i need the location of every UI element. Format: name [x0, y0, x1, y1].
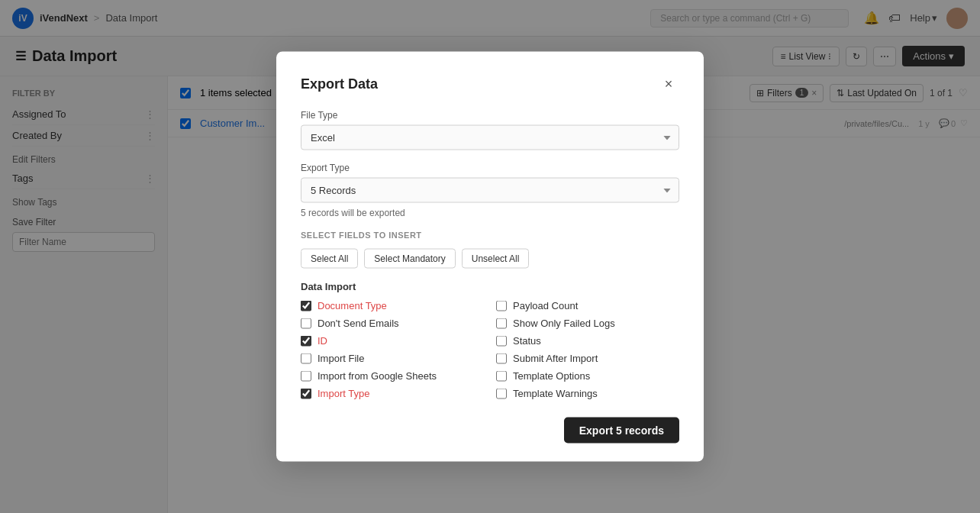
- field-label-show-only-failed: Show Only Failed Logs: [513, 318, 615, 329]
- export-button[interactable]: Export 5 records: [564, 418, 679, 444]
- field-checkbox-show-only-failed[interactable]: [496, 318, 507, 328]
- field-item-import-file: Import File: [301, 353, 484, 364]
- select-mandatory-button[interactable]: Select Mandatory: [364, 249, 455, 269]
- field-item-dont-send-emails: Don't Send Emails: [301, 318, 484, 329]
- export-type-select[interactable]: 5 Records All Records: [301, 178, 679, 203]
- field-checkbox-status[interactable]: [496, 335, 507, 346]
- field-item-status: Status: [496, 335, 679, 347]
- field-label-import-file: Import File: [318, 353, 364, 364]
- field-selector-buttons: Select All Select Mandatory Unselect All: [301, 249, 679, 269]
- modal-title: Export Data: [301, 76, 378, 92]
- field-checkbox-import-from-google[interactable]: [301, 370, 311, 381]
- field-item-id: ID: [301, 335, 484, 347]
- field-item-show-only-failed: Show Only Failed Logs: [496, 318, 679, 329]
- file-type-label: File Type: [301, 110, 679, 121]
- modal-close-button[interactable]: ×: [658, 73, 679, 95]
- field-checkbox-payload-count[interactable]: [496, 300, 507, 311]
- modal-header: Export Data ×: [301, 73, 679, 95]
- field-checkbox-import-type[interactable]: [301, 388, 311, 398]
- field-label-dont-send-emails: Don't Send Emails: [318, 318, 399, 329]
- field-item-submit-after-import: Submit After Import: [496, 353, 679, 364]
- field-checkbox-dont-send-emails[interactable]: [301, 318, 311, 328]
- field-label-status: Status: [513, 335, 541, 347]
- field-label-template-warnings: Template Warnings: [513, 388, 598, 399]
- field-item-template-options: Template Options: [496, 370, 679, 382]
- field-checkbox-id[interactable]: [301, 335, 311, 346]
- field-label-template-options: Template Options: [513, 370, 590, 382]
- modal-footer: Export 5 records: [301, 418, 679, 444]
- field-label-id: ID: [318, 335, 327, 347]
- field-checkbox-import-file[interactable]: [301, 353, 311, 363]
- field-label-payload-count: Payload Count: [513, 300, 578, 311]
- field-label-import-type: Import Type: [318, 388, 369, 399]
- export-info: 5 records will be exported: [301, 208, 679, 218]
- file-type-select[interactable]: Excel CSV: [301, 125, 679, 150]
- select-all-button[interactable]: Select All: [301, 249, 358, 269]
- field-item-payload-count: Payload Count: [496, 300, 679, 311]
- fields-grid: Document Type Payload Count Don't Send E…: [301, 300, 679, 399]
- field-checkbox-document-type[interactable]: [301, 300, 311, 311]
- export-type-label: Export Type: [301, 163, 679, 173]
- select-fields-label: SELECT FIELDS TO INSERT: [301, 231, 679, 240]
- field-checkbox-template-warnings[interactable]: [496, 388, 507, 398]
- field-label-document-type: Document Type: [318, 300, 387, 311]
- field-label-submit-after-import: Submit After Import: [513, 353, 598, 364]
- data-import-section-title: Data Import: [301, 281, 679, 292]
- field-checkbox-template-options[interactable]: [496, 370, 507, 381]
- field-item-import-type: Import Type: [301, 388, 484, 399]
- field-checkbox-submit-after-import[interactable]: [496, 353, 507, 363]
- field-label-import-from-google: Import from Google Sheets: [318, 370, 437, 382]
- export-type-group: Export Type 5 Records All Records 5 reco…: [301, 163, 679, 218]
- field-item-template-warnings: Template Warnings: [496, 388, 679, 399]
- field-item-document-type: Document Type: [301, 300, 484, 311]
- unselect-all-button[interactable]: Unselect All: [462, 249, 530, 269]
- file-type-group: File Type Excel CSV: [301, 110, 679, 150]
- export-data-modal: Export Data × File Type Excel CSV Export…: [276, 52, 704, 462]
- field-item-import-from-google: Import from Google Sheets: [301, 370, 484, 382]
